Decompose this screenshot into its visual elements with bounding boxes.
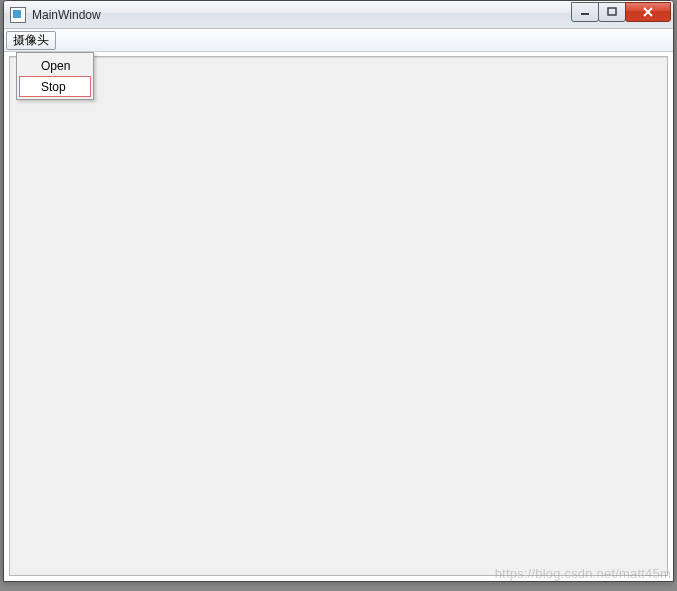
svg-rect-1 <box>608 8 616 15</box>
minimize-button[interactable] <box>571 2 599 22</box>
maximize-button[interactable] <box>598 2 626 22</box>
client-area <box>9 56 668 576</box>
menu-item-stop[interactable]: Stop <box>19 76 91 97</box>
menu-item-open[interactable]: Open <box>19 55 91 76</box>
window-controls <box>572 2 671 22</box>
menu-camera[interactable]: 摄像头 <box>6 31 56 50</box>
camera-dropdown: Open Stop <box>16 52 94 100</box>
close-button[interactable] <box>625 2 671 22</box>
app-icon <box>10 7 26 23</box>
window-title: MainWindow <box>32 8 572 22</box>
main-window: MainWindow 摄像头 Open Stop <box>3 0 674 582</box>
svg-rect-0 <box>581 13 589 15</box>
menubar: 摄像头 <box>4 29 673 52</box>
titlebar[interactable]: MainWindow <box>4 1 673 29</box>
divider <box>10 57 667 58</box>
